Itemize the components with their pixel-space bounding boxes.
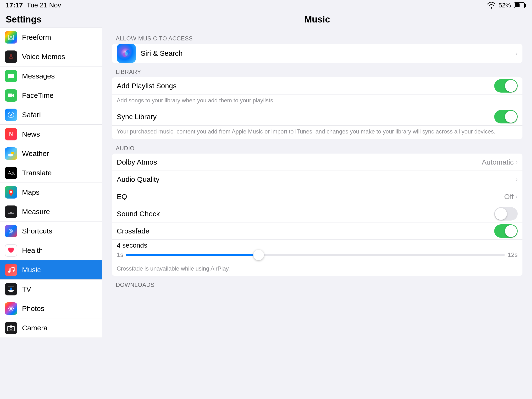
add-playlist-songs-row[interactable]: Add Playlist Songs	[112, 77, 522, 95]
camera-icon	[5, 322, 17, 334]
crossfade-label: Crossfade	[117, 227, 494, 235]
sidebar-item-health[interactable]: Health	[0, 241, 102, 260]
svg-point-16	[10, 307, 12, 310]
sidebar-list: Freeform Voice Memos Messages FaceTime	[0, 27, 102, 399]
sidebar-item-label: Maps	[22, 188, 39, 196]
sound-check-toggle[interactable]	[494, 207, 518, 221]
sidebar-item-label: Messages	[22, 72, 55, 80]
sync-library-row[interactable]: Sync Library	[112, 108, 522, 126]
crossfade-toggle[interactable]	[494, 224, 518, 238]
slider-thumb[interactable]	[253, 250, 264, 260]
weather-icon	[5, 147, 17, 160]
sidebar-item-translate[interactable]: A文 Translate	[0, 163, 102, 183]
svg-rect-11	[10, 212, 11, 213]
detail-panel: Music ALLOW MUSIC TO ACCESS Siri & Searc…	[102, 11, 532, 399]
dolby-atmos-row[interactable]: Dolby Atmos Automatic ›	[112, 154, 522, 171]
sidebar-item-label: Safari	[22, 111, 41, 119]
audio-quality-label: Audio Quality	[117, 175, 515, 184]
translate-icon: A文	[5, 167, 17, 179]
messages-icon	[5, 70, 17, 82]
slider-track-row: 1s 12s	[117, 251, 518, 259]
main-content: Settings Freeform Voice Memos Messages	[0, 11, 532, 399]
svg-rect-12	[12, 212, 12, 213]
music-icon	[5, 264, 17, 276]
sidebar-item-messages[interactable]: Messages	[0, 66, 102, 86]
sidebar-item-freeform[interactable]: Freeform	[0, 27, 102, 47]
crossfade-seconds-label: 4 seconds	[117, 242, 518, 249]
svg-line-24	[9, 310, 10, 311]
add-playlist-songs-description: Add songs to your library when you add t…	[112, 95, 522, 108]
sync-library-toggle[interactable]	[494, 110, 518, 123]
svg-point-15	[10, 288, 12, 290]
svg-text:N: N	[9, 131, 13, 137]
eq-row[interactable]: EQ Off ›	[112, 188, 522, 205]
sound-check-row[interactable]: Sound Check	[112, 205, 522, 222]
allow-access-group: Siri & Search ›	[112, 44, 522, 63]
detail-title: Music	[102, 11, 532, 27]
sound-check-label: Sound Check	[117, 210, 494, 218]
measure-icon	[5, 205, 17, 218]
section-allow-access-label: ALLOW MUSIC TO ACCESS	[112, 31, 522, 44]
svg-rect-2	[8, 94, 13, 97]
audio-quality-chevron: ›	[515, 176, 518, 183]
eq-label: EQ	[117, 193, 504, 201]
sidebar-item-shortcuts[interactable]: Shortcuts	[0, 222, 102, 241]
wifi-icon	[487, 2, 496, 9]
svg-rect-0	[11, 54, 12, 57]
sidebar-item-label: Measure	[22, 208, 50, 216]
health-icon	[5, 244, 17, 257]
facetime-icon	[5, 89, 17, 102]
siri-search-chevron: ›	[515, 50, 518, 57]
sidebar-item-photos[interactable]: Photos	[0, 299, 102, 318]
svg-rect-13	[13, 212, 13, 213]
news-icon: N	[5, 128, 17, 140]
status-time: 17:17	[6, 1, 23, 9]
add-playlist-songs-label: Add Playlist Songs	[117, 82, 494, 90]
sidebar-item-label: Voice Memos	[22, 53, 65, 61]
siri-search-label: Siri & Search	[141, 49, 515, 57]
toggle-thumb	[505, 80, 517, 92]
add-playlist-songs-toggle[interactable]	[494, 79, 518, 93]
svg-point-25	[10, 328, 12, 330]
toggle-thumb	[495, 208, 507, 220]
toggle-thumb	[505, 225, 517, 237]
dolby-atmos-chevron: ›	[515, 158, 518, 166]
slider-fill	[126, 254, 259, 256]
svg-line-22	[13, 310, 13, 311]
sidebar-item-camera[interactable]: Camera	[0, 318, 102, 338]
battery-percent: 52%	[499, 2, 511, 9]
crossfade-slider[interactable]	[126, 254, 505, 256]
safari-icon	[5, 109, 17, 121]
sidebar-item-label: Translate	[22, 169, 52, 177]
sidebar-item-measure[interactable]: Measure	[0, 202, 102, 222]
status-bar: 17:17 Tue 21 Nov 52%	[0, 0, 532, 11]
sidebar-item-weather[interactable]: Weather	[0, 144, 102, 163]
sidebar-item-label: FaceTime	[22, 91, 54, 100]
sidebar-item-news[interactable]: N News	[0, 125, 102, 144]
sidebar-item-label: Camera	[22, 324, 48, 332]
detail-scroll: ALLOW MUSIC TO ACCESS Siri & Search › LI…	[102, 27, 532, 399]
status-date: Tue 21 Nov	[27, 1, 61, 9]
sidebar-item-facetime[interactable]: FaceTime	[0, 86, 102, 105]
siri-search-row[interactable]: Siri & Search ›	[112, 44, 522, 63]
voicememos-icon	[5, 51, 17, 63]
sidebar-item-label: Health	[22, 246, 43, 254]
sidebar-item-maps[interactable]: Maps	[0, 183, 102, 202]
sync-library-label: Sync Library	[117, 113, 494, 121]
audio-quality-row[interactable]: Audio Quality ›	[112, 171, 522, 188]
shortcuts-icon	[5, 225, 17, 237]
dolby-atmos-label: Dolby Atmos	[117, 158, 482, 166]
sidebar-item-safari[interactable]: Safari	[0, 105, 102, 125]
sidebar-item-label: Photos	[22, 304, 44, 313]
sync-library-description: Your purchased music, content you add fr…	[112, 126, 522, 139]
sidebar-item-label: TV	[22, 285, 31, 293]
svg-point-29	[125, 52, 128, 56]
sidebar-item-tv[interactable]: TV	[0, 280, 102, 299]
sidebar-item-voicememos[interactable]: Voice Memos	[0, 47, 102, 66]
sidebar-item-music[interactable]: Music	[0, 260, 102, 280]
toggle-thumb	[505, 111, 517, 123]
sidebar: Settings Freeform Voice Memos Messages	[0, 11, 102, 399]
svg-rect-9	[8, 213, 14, 214]
crossfade-row[interactable]: Crossfade	[112, 222, 522, 240]
tv-icon	[5, 283, 17, 295]
